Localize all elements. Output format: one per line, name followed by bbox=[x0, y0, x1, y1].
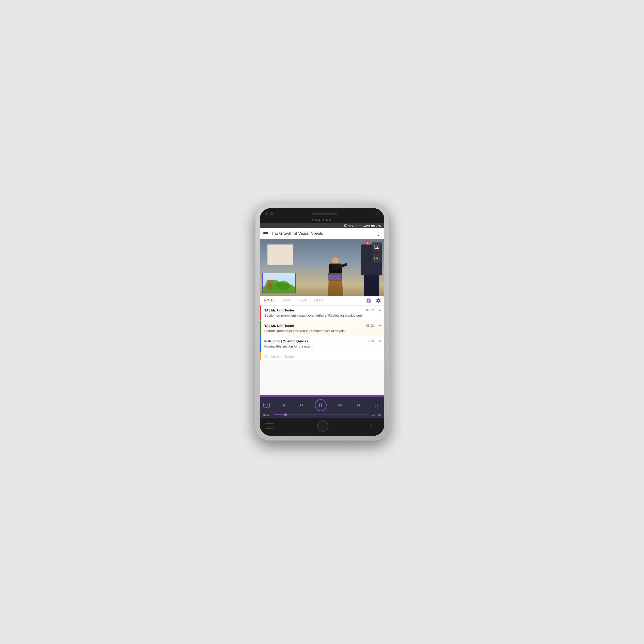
note-content-2: TA | Mr. Unit Tester 08:12 ••• Historic … bbox=[261, 321, 384, 336]
phone-device: SAMSUNG bbox=[255, 204, 389, 440]
progress-thumb[interactable] bbox=[284, 413, 287, 416]
phone-screen-wrapper: SAMSUNG bbox=[260, 208, 384, 436]
proximity-sensor bbox=[265, 212, 268, 215]
fullscreen-icon bbox=[374, 403, 379, 408]
landscape-svg bbox=[263, 273, 295, 293]
purple-accent-bar bbox=[260, 395, 384, 397]
note-author-3: Instructor | Quentin Quacks bbox=[264, 339, 308, 343]
front-camera-area bbox=[265, 212, 274, 215]
note-options-2[interactable]: ••• bbox=[377, 324, 381, 328]
progress-track[interactable] bbox=[274, 414, 368, 415]
home-button[interactable] bbox=[317, 420, 328, 432]
skip-end-button[interactable] bbox=[354, 401, 363, 410]
current-time: 08:34 bbox=[263, 413, 272, 416]
front-camera-right bbox=[376, 212, 379, 215]
photo-icon bbox=[374, 256, 379, 261]
back-button[interactable] bbox=[265, 423, 274, 429]
svg-point-6 bbox=[277, 281, 290, 290]
note-time-1: 07:32 bbox=[366, 308, 374, 312]
back-icon bbox=[267, 424, 272, 428]
note-item-1[interactable]: TA | Mr. Unit Tester 07:32 ••• Section o… bbox=[260, 306, 384, 320]
note-options-3[interactable]: ••• bbox=[377, 339, 381, 343]
note-content-4: TA | Mr. Unit Tester bbox=[261, 352, 384, 360]
video-thumbnail-pip[interactable] bbox=[262, 273, 296, 293]
fast-rewind-icon bbox=[299, 402, 304, 408]
player-controls: CC bbox=[263, 399, 381, 411]
app-screen: 100% 7:00 The Growth of Visu bbox=[260, 223, 384, 418]
recents-button[interactable] bbox=[371, 424, 379, 428]
battery-text: 100% bbox=[363, 224, 370, 227]
note-content-1: TA | Mr. Unit Tester 07:32 ••• Section o… bbox=[261, 306, 384, 320]
whiteboard bbox=[267, 244, 293, 265]
more-options-button[interactable]: ⋮ bbox=[376, 231, 381, 236]
svg-rect-2 bbox=[375, 225, 375, 226]
notes-list: TA | Mr. Unit Tester 07:32 ••• Section o… bbox=[260, 306, 384, 395]
battery-icon bbox=[371, 224, 375, 227]
pause-button[interactable] bbox=[315, 399, 327, 411]
hamburger-menu-button[interactable] bbox=[263, 232, 268, 235]
settings-icon-button[interactable] bbox=[375, 297, 382, 304]
screenshot-button[interactable] bbox=[372, 253, 382, 263]
note-author-4: TA | Mr. Unit Tester bbox=[264, 355, 294, 359]
rewind-start-button[interactable] bbox=[279, 401, 288, 410]
total-time: 1:07:20 bbox=[370, 413, 381, 416]
note-author-2: TA | Mr. Unit Tester bbox=[264, 324, 294, 328]
hamburger-line-1 bbox=[263, 232, 268, 233]
media-player: CC bbox=[260, 397, 384, 418]
tab-sep-3: | bbox=[310, 299, 311, 302]
earpiece-speaker bbox=[312, 213, 337, 215]
note-author-1: TA | Mr. Unit Tester bbox=[264, 308, 294, 312]
phone-top-hardware bbox=[260, 208, 384, 218]
note-header-3: Instructor | Quentin Quacks 17:30 ••• bbox=[264, 339, 381, 343]
time-text: 7:00 bbox=[376, 224, 381, 227]
skip-previous-icon bbox=[281, 402, 286, 408]
note-item-3[interactable]: Instructor | Quentin Quacks 17:30 ••• Re… bbox=[260, 336, 384, 351]
note-options-1[interactable]: ••• bbox=[377, 308, 381, 312]
hamburger-line-3 bbox=[263, 235, 268, 235]
status-bar: 100% 7:00 bbox=[260, 223, 384, 228]
tab-sep-1: | bbox=[279, 299, 279, 302]
signal-icon bbox=[359, 224, 362, 227]
video-overlay-controls bbox=[372, 242, 382, 263]
cc-button[interactable]: CC bbox=[263, 403, 270, 408]
note-item-2[interactable]: TA | Mr. Unit Tester 08:12 ••• Historic … bbox=[260, 321, 384, 336]
app-bar: The Growth of Visual Novels ⋮ bbox=[260, 228, 384, 239]
notes-icon-button[interactable] bbox=[365, 297, 372, 304]
alarm-icon bbox=[352, 224, 354, 227]
tabs-bar: NOTES | CHAT | SUBS | FILES bbox=[260, 296, 384, 306]
tab-chat[interactable]: CHAT bbox=[280, 296, 294, 305]
rewind-button[interactable] bbox=[297, 401, 306, 410]
front-camera bbox=[270, 212, 274, 215]
phone-bottom-hardware bbox=[260, 418, 384, 436]
pip-icon bbox=[374, 244, 379, 249]
note-header-2: TA | Mr. Unit Tester 08:12 ••• bbox=[264, 324, 381, 328]
tab-files[interactable]: FILES bbox=[312, 296, 326, 305]
fullscreen-button[interactable] bbox=[372, 401, 381, 410]
svg-rect-7 bbox=[268, 282, 272, 290]
tab-subs[interactable]: SUBS bbox=[296, 296, 310, 305]
status-icons-group: 100% 7:00 bbox=[344, 224, 381, 227]
fast-forward-icon bbox=[337, 402, 343, 408]
tabs-icons-group bbox=[365, 297, 382, 304]
live-badge: E bbox=[366, 241, 370, 245]
tab-notes[interactable]: NOTES bbox=[262, 296, 278, 305]
note-time-2: 08:12 bbox=[366, 324, 374, 327]
note-header-4: TA | Mr. Unit Tester bbox=[264, 355, 381, 359]
mute-icon bbox=[348, 224, 351, 227]
wifi-icon bbox=[355, 224, 359, 227]
thumbnail-image bbox=[263, 273, 295, 293]
note-time-3: 17:30 bbox=[366, 339, 374, 343]
note-header-1: TA | Mr. Unit Tester 07:32 ••• bbox=[264, 308, 381, 312]
app-title: The Growth of Visual Novels bbox=[271, 231, 373, 236]
svg-rect-1 bbox=[371, 225, 374, 226]
skip-next-icon bbox=[355, 402, 361, 408]
hamburger-line-2 bbox=[263, 233, 268, 234]
fast-forward-button[interactable] bbox=[336, 401, 345, 410]
samsung-brand-label: SAMSUNG bbox=[260, 218, 384, 223]
note-content-3: Instructor | Quentin Quacks 17:30 ••• Re… bbox=[261, 336, 384, 351]
pip-button[interactable] bbox=[372, 242, 382, 252]
note-text-1: Section on prominent visual novel author… bbox=[264, 313, 381, 318]
cast-icon bbox=[344, 224, 347, 227]
video-player[interactable]: E bbox=[260, 239, 384, 296]
note-item-4[interactable]: TA | Mr. Unit Tester bbox=[260, 352, 384, 360]
